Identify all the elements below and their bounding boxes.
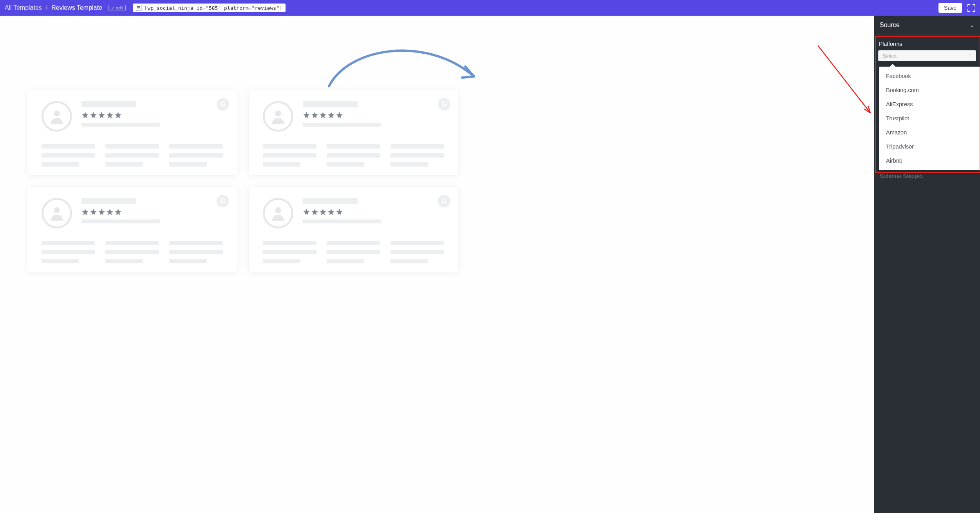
review-card: G (27, 187, 237, 272)
breadcrumb-current: Reviews Template (51, 4, 102, 11)
review-body (42, 241, 223, 263)
source-label: Source (880, 22, 900, 29)
cards-grid: G (0, 16, 486, 288)
select-placeholder: Select (882, 53, 897, 59)
date-placeholder (303, 219, 381, 223)
source-panel-body: Platforms Select ⌃ (874, 34, 980, 65)
chevron-down-icon: ⌄ (969, 21, 975, 29)
shortcode-text: [wp_social_ninja id="585" platform="revi… (145, 5, 282, 11)
fullscreen-icon[interactable] (967, 4, 975, 12)
review-card: G (27, 90, 237, 175)
edit-badge[interactable]: edit (108, 5, 126, 11)
svg-point-2 (54, 207, 60, 213)
dropdown-item-aliexpress[interactable]: AliExpress (879, 97, 980, 111)
google-icon: G (217, 195, 229, 207)
avatar-placeholder (42, 101, 72, 132)
dropdown-item-airbnb[interactable]: Airbnb (879, 154, 980, 168)
star-rating (303, 111, 444, 119)
review-body (42, 144, 223, 167)
avatar-placeholder (263, 101, 293, 132)
canvas: Select a platform G (0, 16, 874, 513)
name-placeholder (81, 198, 136, 204)
name-placeholder (303, 101, 358, 107)
dropdown-item-tripadvisor[interactable]: Tripadvisor (879, 140, 980, 154)
shortcode-box[interactable]: [wp_social_ninja id="585" platform="revi… (133, 4, 286, 12)
review-card: G (249, 187, 458, 272)
svg-point-0 (54, 111, 60, 116)
workspace: Select a platform G (0, 16, 980, 513)
source-panel-header[interactable]: Source ⌄ (874, 16, 980, 34)
avatar-placeholder (42, 198, 72, 228)
pencil-icon (111, 6, 115, 10)
avatar-placeholder (263, 198, 293, 228)
breadcrumb-root[interactable]: All Templates (5, 4, 42, 11)
star-rating (303, 208, 444, 216)
platforms-dropdown: Facebook Booking.com AliExpress Trustpil… (879, 67, 980, 170)
document-icon (136, 5, 141, 11)
google-icon: G (438, 195, 450, 207)
name-placeholder (303, 198, 358, 204)
save-button[interactable]: Save (938, 3, 962, 13)
review-body (263, 241, 444, 263)
red-arrow-icon (815, 43, 874, 118)
dropdown-item-trustpilot[interactable]: Trustpilot (879, 111, 980, 125)
edit-label: edit (116, 5, 123, 10)
breadcrumb-separator: / (46, 4, 47, 11)
breadcrumb: All Templates / Reviews Template edit (5, 4, 126, 11)
star-rating (81, 208, 223, 216)
review-body (263, 144, 444, 167)
topbar: All Templates / Reviews Template edit [w… (0, 0, 980, 16)
date-placeholder (303, 123, 381, 127)
star-icon (81, 111, 89, 119)
date-placeholder (81, 219, 160, 223)
svg-point-3 (275, 207, 281, 213)
sidebar: Source ⌄ Platforms Select ⌃ Facebook Boo… (874, 16, 980, 513)
chevron-up-icon: ⌃ (969, 54, 972, 58)
dropdown-item-facebook[interactable]: Facebook (879, 69, 980, 83)
platforms-label: Platforms (878, 38, 976, 50)
star-icon (90, 111, 97, 119)
dropdown-item-amazon[interactable]: Amazon (879, 125, 980, 140)
date-placeholder (81, 123, 160, 127)
google-icon: G (217, 98, 229, 111)
schema-snippet-label: Schema Snippet (880, 172, 923, 179)
star-rating (81, 111, 223, 119)
name-placeholder (81, 101, 136, 107)
review-card: G (249, 90, 458, 175)
svg-line-4 (818, 45, 870, 113)
star-icon (114, 111, 122, 119)
platforms-select[interactable]: Select ⌃ (878, 50, 976, 61)
svg-point-1 (275, 111, 281, 116)
star-icon (106, 111, 114, 119)
dropdown-item-booking[interactable]: Booking.com (879, 83, 980, 97)
google-icon: G (438, 98, 450, 111)
star-icon (98, 111, 105, 119)
